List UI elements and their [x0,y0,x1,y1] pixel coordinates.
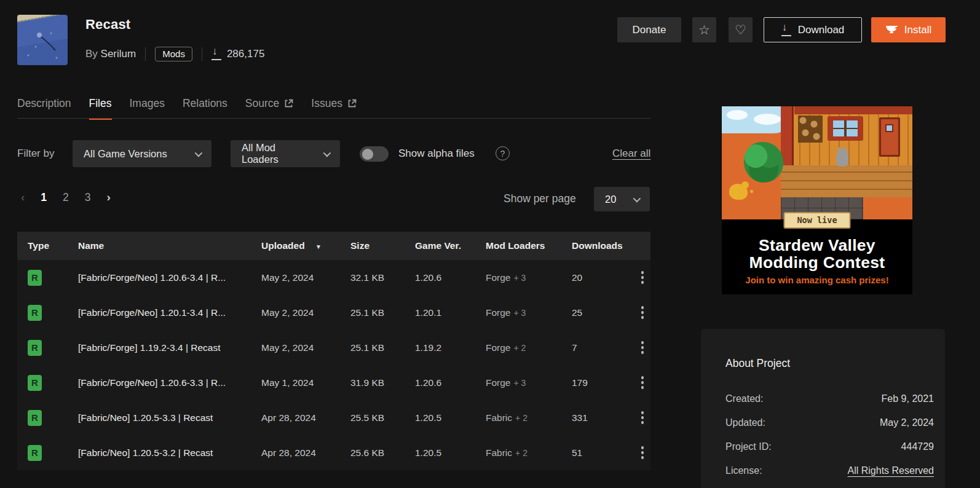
file-downloads: 51 [572,447,626,458]
more-options-icon[interactable] [634,339,650,357]
more-options-icon[interactable] [634,304,650,322]
promo-banner[interactable]: Now live Stardew Valley Modding Contest … [722,106,912,294]
file-row[interactable]: R [Fabric/Forge/Neo] 1.20.6-3.4 | R... M… [17,260,650,295]
mod-loaders-dropdown[interactable]: All Mod Loaders [231,140,340,167]
file-downloads: 20 [572,272,626,283]
about-rows: Created: Feb 9, 2021 Updated: May 2, 202… [725,387,934,482]
file-uploaded: May 2, 2024 [261,307,350,318]
ad-subtitle: Join to win amazing cash prizes! [722,275,912,285]
download-icon [211,49,221,59]
file-row[interactable]: R [Fabric/Forge] 1.19.2-3.4 | Recast May… [17,330,650,365]
file-game-version: 1.19.2 [415,342,486,353]
external-link-icon [347,99,357,108]
game-versions-dropdown[interactable]: All Game Versions [73,140,211,167]
window-graphic [828,116,863,141]
file-name-link[interactable]: [Fabric/Forge/Neo] 1.20.1-3.4 | R... [78,307,261,318]
file-uploaded: May 2, 2024 [261,272,350,283]
more-options-icon[interactable] [634,269,650,287]
download-count: 286,175 [211,48,264,60]
page-button-3[interactable]: 3 [85,191,91,204]
file-size: 25.6 KB [350,447,415,458]
file-downloads: 7 [572,342,626,353]
file-mod-loaders: Forge+ 3 [486,272,572,283]
filter-by-label: Filter by [17,148,54,160]
tab-images[interactable]: Images [130,97,165,120]
file-name-link[interactable]: [Fabric/Forge/Neo] 1.20.6-3.3 | R... [78,377,261,388]
tab-source[interactable]: Source [245,97,293,120]
project-logo [17,15,68,65]
per-page-dropdown[interactable]: 20 [594,187,650,211]
tab-relations[interactable]: Relations [183,97,227,120]
file-size: 25.1 KB [350,342,415,353]
page-button-1[interactable]: 1 [41,191,47,204]
external-link-icon [284,99,293,108]
divider [202,47,202,61]
donate-button[interactable]: Donate [617,17,681,42]
more-options-icon[interactable] [634,444,650,462]
help-icon[interactable]: ? [496,146,510,160]
follow-heart-button[interactable]: ♡ [729,17,753,42]
release-type-badge: R [28,410,42,426]
pagination: ‹ 123 › [21,191,111,204]
file-size: 31.9 KB [350,377,415,388]
file-uploaded: Apr 28, 2024 [261,447,350,458]
tab-files[interactable]: Files [89,97,112,120]
favorite-star-button[interactable]: ☆ [692,17,716,42]
about-row: Project ID: 444729 [725,435,934,458]
chevron-down-icon [195,149,203,157]
page-button-2[interactable]: 2 [63,191,69,204]
file-row[interactable]: R [Fabric/Forge/Neo] 1.20.1-3.4 | R... M… [17,295,650,330]
more-options-icon[interactable] [634,409,650,427]
file-game-version: 1.20.5 [415,447,486,458]
file-name-link[interactable]: [Fabric/Forge] 1.19.2-3.4 | Recast [78,342,261,353]
ad-title: Stardew Valley Modding Contest [722,237,912,271]
file-row[interactable]: R [Fabric/Neo] 1.20.5-3.2 | Recast Apr 2… [17,435,650,470]
file-size: 32.1 KB [350,272,415,283]
table-header-row: Type Name Uploaded ▼ Size Game Ver. Mod … [17,232,650,260]
clear-all-link[interactable]: Clear all [612,148,650,160]
file-game-version: 1.20.5 [415,412,486,423]
anvil-icon [885,25,899,34]
license-link[interactable]: All Rights Reserved [848,465,935,476]
heart-icon: ♡ [735,23,746,37]
file-name-link[interactable]: [Fabric/Neo] 1.20.5-3.3 | Recast [78,412,261,423]
file-downloads: 331 [572,412,626,423]
door-graphic [879,117,900,157]
fishing-bobber-thumbnail [17,15,68,65]
file-name-link[interactable]: [Fabric/Forge/Neo] 1.20.6-3.4 | R... [78,272,261,283]
col-type[interactable]: Type [28,240,78,251]
page-numbers: 123 [41,191,90,204]
col-size[interactable]: Size [350,240,415,251]
file-row[interactable]: R [Fabric/Neo] 1.20.5-3.3 | Recast Apr 2… [17,400,650,435]
col-name[interactable]: Name [78,240,261,251]
file-game-version: 1.20.1 [415,307,486,318]
chicken-graphic [729,184,748,200]
category-chip[interactable]: Mods [155,47,192,61]
next-page-icon[interactable]: › [107,191,111,204]
show-per-page-label: Show per page [504,192,576,205]
file-downloads: 179 [572,377,626,388]
prev-page-icon[interactable]: ‹ [21,191,25,204]
file-mod-loaders: Fabric+ 2 [486,412,572,423]
tab-bar: Description Files Images Relations Sourc… [17,97,357,120]
show-alpha-toggle[interactable] [360,146,389,162]
col-game-ver[interactable]: Game Ver. [415,240,486,251]
tab-issues[interactable]: Issues [311,97,357,120]
col-downloads[interactable]: Downloads [572,240,626,251]
col-uploaded[interactable]: Uploaded ▼ [261,240,350,251]
file-row[interactable]: R [Fabric/Forge/Neo] 1.20.6-3.3 | R... M… [17,365,650,400]
file-game-version: 1.20.6 [415,272,486,283]
col-mod-loaders[interactable]: Mod Loaders [486,240,572,251]
download-button[interactable]: Download [764,17,862,42]
more-options-icon[interactable] [634,374,650,392]
sort-descending-icon: ▼ [315,243,322,250]
chevron-down-icon [323,149,331,157]
cat-graphic [836,149,848,167]
file-name-link[interactable]: [Fabric/Neo] 1.20.5-3.2 | Recast [78,447,261,458]
author-link[interactable]: Serilum [101,48,136,60]
byline: By Serilum Mods 286,175 [85,45,264,63]
install-button[interactable]: Install [871,17,946,42]
about-row: License: All Rights Reserved [725,458,934,482]
tab-description[interactable]: Description [17,97,71,120]
file-size: 25.5 KB [350,412,415,423]
